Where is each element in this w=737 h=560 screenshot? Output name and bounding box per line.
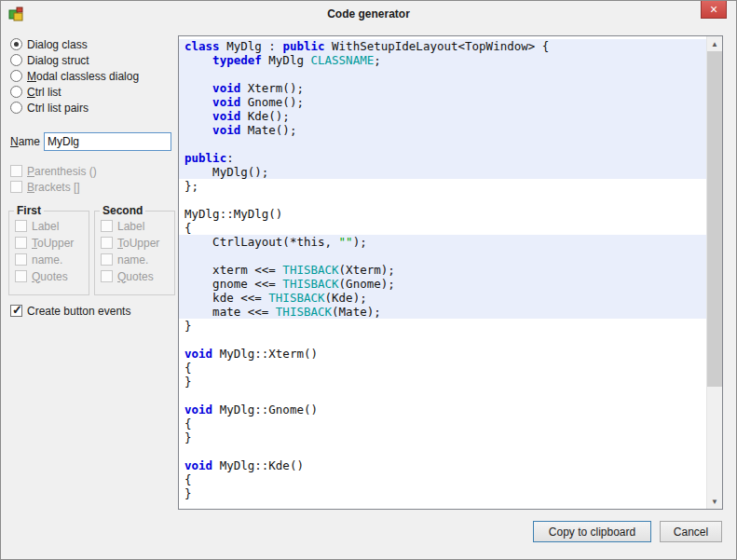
code-line [179,249,707,263]
radio-modal-classless-dialog[interactable]: Modal classless dialog [10,68,139,84]
checkbox-icon [10,305,22,317]
checkbox-first-name: name. [15,252,62,267]
code-line: mate <<= THISBACK(Mate); [179,305,707,319]
code-line: public: [179,151,707,165]
code-line: typedef MyDlg CLASSNAME; [179,53,707,67]
checkbox-icon [15,237,27,249]
code-line: void MyDlg::Xterm() [179,347,707,361]
window-title: Code generator [1,7,736,20]
checkbox-label: Label [32,220,59,233]
radio-label: Modal classless dialog [27,70,139,83]
code-line: MyDlg::MyDlg() [179,207,707,221]
copy-to-clipboard-button[interactable]: Copy to clipboard [533,521,651,542]
code-line: CtrlLayout(*this, ""); [179,235,707,249]
code-line: void Mate(); [179,123,707,137]
checkbox-label: Label [117,220,144,233]
code-line: MyDlg(); [179,165,707,179]
scroll-up-button[interactable]: ▲ [707,36,722,51]
checkbox-label: ToUpper [117,237,159,250]
checkbox-create-button-events[interactable]: Create button events [10,303,130,319]
checkbox-label: Parenthesis () [27,165,97,178]
radio-icon [10,54,22,66]
radio-dialog-class[interactable]: Dialog class [10,36,88,52]
radio-icon [10,38,22,50]
code-line: { [179,361,707,375]
group-first: First Label ToUpper name. Quotes [8,211,89,295]
radio-ctrl-list-pairs[interactable]: Ctrl list pairs [10,100,89,116]
code-line: }; [179,179,707,193]
checkbox-second-name: name. [101,252,148,267]
checkbox-label: Quotes [117,270,154,283]
checkbox-icon [101,253,113,266]
checkbox-label: name. [32,253,62,266]
radio-icon [10,70,22,82]
checkbox-label: Brackets [] [27,181,80,194]
code-line: } [179,319,707,333]
code-line [179,137,707,151]
code-line [179,444,707,458]
scroll-down-button[interactable]: ▼ [707,494,722,509]
code-line [179,193,707,207]
code-area[interactable]: class MyDlg : public WithSetupIdeLayout<… [179,36,707,509]
checkbox-second-label: Label [101,218,144,234]
cancel-button[interactable]: Cancel [660,521,722,542]
name-input[interactable] [44,132,171,151]
radio-label: Dialog struct [27,54,89,67]
group-first-title: First [14,204,44,217]
code-generator-dialog: Code generator × Dialog class Dialog str… [0,0,737,560]
code-line: kde <<= THISBACK(Kde); [179,291,707,305]
code-line: void Gnome(); [179,95,707,109]
checkbox-label: Create button events [27,305,130,318]
radio-dialog-struct[interactable]: Dialog struct [10,52,89,68]
code-line: { [179,472,707,486]
code-line [179,67,707,81]
checkbox-first-quotes: Quotes [15,268,68,284]
close-button[interactable]: × [701,1,727,19]
checkbox-label: name. [117,253,148,266]
checkbox-second-toupper: ToUpper [101,235,159,251]
checkbox-first-toupper: ToUpper [15,235,74,251]
checkbox-icon [15,220,27,232]
radio-ctrl-list[interactable]: Ctrl list [10,84,61,100]
checkbox-first-label: Label [15,218,59,234]
checkbox-label: ToUpper [32,237,74,250]
code-line: { [179,417,707,430]
code-line [179,389,707,403]
scrollbar-thumb[interactable] [707,51,722,387]
code-line: { [179,221,707,235]
group-second-title: Second [100,204,145,217]
code-line: void Kde(); [179,109,707,123]
checkbox-label: Quotes [32,270,68,283]
code-line: void MyDlg::Kde() [179,458,707,472]
code-line: xterm <<= THISBACK(Xterm); [179,263,707,277]
checkbox-brackets: Brackets [] [10,179,80,195]
radio-label: Dialog class [27,38,88,51]
checkbox-icon [15,270,27,282]
code-line [179,333,707,347]
code-line: void Xterm(); [179,81,707,95]
checkbox-icon [101,237,113,249]
radio-icon [10,86,22,98]
code-line: } [179,430,707,444]
editor-vscrollbar[interactable]: ▲ ▼ [706,36,722,509]
group-second: Second Label ToUpper name. Quotes [94,211,175,295]
radio-label: Ctrl list pairs [27,102,89,115]
title-bar: Code generator × [1,1,736,29]
code-line: class MyDlg : public WithSetupIdeLayout<… [179,39,707,53]
checkbox-icon [15,253,27,266]
checkbox-icon [10,165,22,177]
code-line: } [179,375,707,389]
checkbox-icon [101,270,113,282]
code-line: void MyDlg::Gnome() [179,403,707,417]
checkbox-icon [10,181,22,193]
checkbox-icon [101,220,113,232]
radio-icon [10,102,22,114]
code-line: } [179,486,707,500]
name-label: Name [10,132,40,151]
radio-label: Ctrl list [27,86,61,99]
checkbox-parenthesis: Parenthesis () [10,163,97,179]
checkbox-second-quotes: Quotes [101,268,154,284]
code-editor: class MyDlg : public WithSetupIdeLayout<… [178,35,723,510]
close-icon: × [710,3,717,16]
code-line: gnome <<= THISBACK(Gnome); [179,277,707,291]
